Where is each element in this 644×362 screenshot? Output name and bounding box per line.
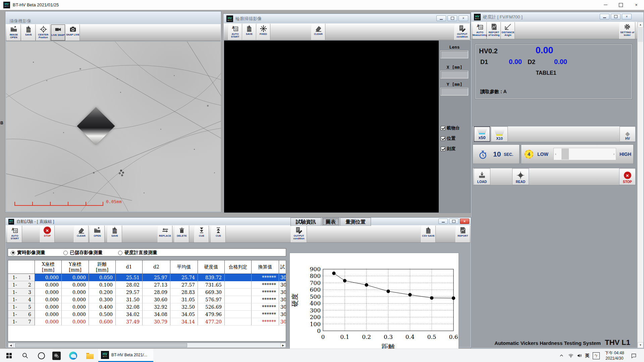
scale-checkbox[interactable]: 刻度 [441,146,455,152]
table-cell[interactable]: 37.49 [116,318,143,325]
table-cell[interactable]: 0.600 [89,318,116,325]
table-cell[interactable]: 0.300 [89,296,116,303]
table-cell[interactable]: 25.97 [143,274,170,281]
table-cell[interactable]: 0.000 [62,289,89,296]
radio-direct-tester[interactable]: 硬度計直接測量 [118,250,157,256]
table-cell[interactable]: 30 [279,289,286,296]
table-cell[interactable]: 32.08 [116,303,143,311]
row-header[interactable]: 1-5 [8,303,35,311]
row-header[interactable]: 1-7 [8,318,35,325]
clear-button[interactable]: CLEAR [74,226,89,242]
table-cell[interactable]: ****** [252,318,279,325]
stop-button[interactable]: × STOP [619,168,636,185]
stop-button[interactable]: × STOP [40,226,55,242]
scroll-right-arrow[interactable]: ▶ [280,343,286,348]
tab-test-info[interactable]: 試驗資訊 [290,218,321,226]
cue-down-button[interactable]: CUE [194,226,209,242]
save-button[interactable]: DATA SAVE [21,24,36,41]
replace-button[interactable]: REPLACE [158,226,172,242]
search-button[interactable] [21,351,30,360]
table-cell[interactable]: 669.30 [198,289,225,296]
table-cell[interactable]: 32.92 [143,303,170,311]
csv-save-button[interactable]: CSV CSV SAVE [421,226,436,242]
close-button[interactable]: × [460,219,469,224]
slider-right-arrow[interactable]: › [613,152,614,156]
restore-button[interactable] [447,15,457,21]
lens-field[interactable] [440,51,468,58]
table-cell[interactable]: 31.50 [116,296,143,303]
table-cell[interactable]: 576.97 [198,296,225,303]
row-header[interactable]: 1-6 [8,311,35,318]
auto-measuring-button[interactable]: A AUTO Measurnimg [473,22,487,39]
auto-start-button[interactable]: A AUTO START [228,24,242,40]
volume-button[interactable] [576,349,584,362]
table-cell[interactable] [225,281,252,289]
table-cell[interactable]: 34.02 [116,311,143,318]
live-snap-button[interactable]: LIVE SNAP [51,24,65,41]
table-cell[interactable]: 0.200 [89,289,116,296]
cortana-button[interactable] [37,351,46,360]
scroll-left-arrow[interactable]: ◀ [8,343,13,348]
table-cell[interactable]: 30.60 [143,296,170,303]
output-condition-button[interactable]: OUTPUT condition [291,226,307,242]
close-button[interactable]: × [629,0,644,10]
close-button[interactable]: × [459,15,468,21]
output-condition-button[interactable]: OUTPUT condition [454,24,470,40]
table-cell[interactable]: ****** [252,289,279,296]
table-cell[interactable]: 0.000 [35,281,62,289]
report-button[interactable]: REPORT [455,226,470,242]
table-cell[interactable]: 526.69 [198,303,225,311]
setting-of-tester-button[interactable]: SETTING of tester [619,22,635,39]
table-row[interactable]: 1-30.0000.0000.20029.5728.0928.83669.30*… [8,289,286,296]
snap-live-button[interactable]: SNAP LIVE [66,24,80,41]
auto-start-button[interactable]: A AUTO START [7,226,22,242]
light-slider[interactable]: ‹ › [553,148,616,160]
table-cell[interactable] [225,296,252,303]
open-button[interactable]: OPEN [90,226,105,242]
table-row[interactable]: 1-70.0000.0000.60037.4930.7934.14477.20*… [8,318,286,325]
table-cell[interactable]: 477.20 [198,318,225,325]
tester-vertical-scrollbar[interactable]: ▲ ▼ [637,22,643,348]
action-center-button[interactable] [629,349,639,362]
table-cell[interactable]: 0.000 [35,289,62,296]
table-cell[interactable]: 27.13 [143,281,170,289]
table-cell[interactable] [225,303,252,311]
stage-checkbox[interactable]: 載物台 [441,125,460,131]
table-cell[interactable]: 29.57 [116,289,143,296]
save-button[interactable]: DATA SAVE [107,226,122,242]
table-cell[interactable]: 0.000 [62,281,89,289]
minimize-button[interactable] [598,0,613,10]
edge-button[interactable] [69,351,77,360]
row-header[interactable]: 1-1 [8,274,35,281]
table-cell[interactable] [225,274,252,281]
table-row[interactable]: 1-40.0000.0000.30031.5030.6031.05576.97*… [8,296,286,303]
minimize-button[interactable] [600,14,609,19]
table-cell[interactable]: 34.05 [170,311,198,318]
table-cell[interactable]: 30 [279,281,286,289]
table-cell[interactable]: 0.000 [35,311,62,318]
report-of-testing-button[interactable]: REPORT of testing [487,22,501,39]
scroll-down-arrow[interactable]: ▼ [638,342,643,348]
network-button[interactable] [567,349,575,362]
indenter-hv-button[interactable]: ◆ HV [620,126,636,142]
slider-left-arrow[interactable]: ‹ [555,152,556,156]
table-cell[interactable]: 0.500 [89,311,116,318]
radio-live-image[interactable]: 實時影像測量 [11,250,45,256]
table-cell[interactable]: ****** [252,296,279,303]
ime-indicator[interactable]: ㄅ [592,349,600,362]
table-cell[interactable]: ****** [252,311,279,318]
table-cell[interactable]: 30 [279,296,286,303]
tray-expand-button[interactable] [557,349,566,362]
table-cell[interactable]: 0.000 [35,318,62,325]
clock[interactable]: 下午 04:48 2021/4/30 [602,349,627,362]
table-cell[interactable] [225,318,252,325]
start-button[interactable] [5,351,13,360]
table-cell[interactable]: 30 [279,311,286,318]
scroll-up-arrow[interactable]: ▲ [638,22,643,27]
file-explorer-button[interactable] [86,351,94,360]
table-cell[interactable]: ****** [252,281,279,289]
tab-chart[interactable]: 圖表 [322,218,339,226]
table-cell[interactable]: 34.08 [143,311,170,318]
read-button[interactable]: READ [512,168,529,185]
objective-x10-button[interactable]: X10 [491,126,508,142]
